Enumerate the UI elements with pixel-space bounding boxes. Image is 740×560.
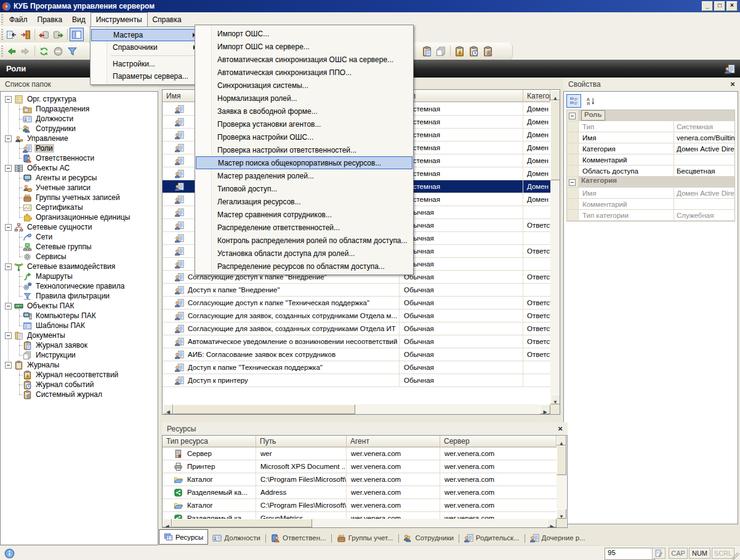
column-header-Тип[interactable]: Тип — [400, 90, 523, 102]
collapse-icon[interactable] — [5, 165, 12, 172]
resources-close-icon[interactable]: × — [555, 424, 565, 434]
property-row-Имя[interactable]: ИмяДомен Active Dire... — [567, 188, 734, 199]
property-row-Тип категории[interactable]: Тип категорииСлужебная — [567, 210, 734, 221]
submenu-item[interactable]: Автоматическая синхронизация ОШС на серв… — [196, 53, 412, 66]
refresh-button[interactable] — [37, 44, 51, 58]
tree-node-Шаблоны ПАК[interactable]: Шаблоны ПАК — [23, 321, 86, 330]
collapse-icon[interactable] — [5, 135, 12, 142]
property-row-Комментарий[interactable]: Комментарий — [567, 199, 734, 210]
submenu-item[interactable]: Нормализация ролей... — [196, 92, 412, 105]
submenu-item[interactable]: Мастер поиска общекорпоративных ресурсов… — [196, 156, 412, 169]
tab-Родительск...[interactable]: Родительск... — [460, 531, 524, 545]
tree-node-Сертификаты[interactable]: Сертификаты — [23, 202, 84, 212]
table-row[interactable]: Автоматическое уведомление о возникновен… — [163, 335, 550, 348]
property-row-Имя[interactable]: Имяvenera.com/Builtin... — [567, 132, 734, 143]
collapse-icon[interactable] — [569, 179, 576, 186]
tab-Ресурсы[interactable]: Ресурсы — [159, 529, 208, 545]
collapse-icon[interactable] — [5, 303, 12, 310]
tab-Дочерние р...[interactable]: Дочерние р... — [526, 531, 590, 545]
tree-node-Объекты АС[interactable]: Объекты АС — [3, 163, 71, 173]
az-sort-button[interactable]: АЯ — [583, 94, 598, 108]
resource-row[interactable]: ПринтерMicrosoft XPS Document ...wer.ven… — [163, 460, 557, 473]
collapse-icon[interactable] — [569, 113, 576, 119]
request-journal-button[interactable] — [420, 44, 434, 58]
maximize-button[interactable]: □ — [714, 1, 725, 11]
scroll-down-button[interactable]: ▼ — [550, 394, 560, 404]
tree-node-Организационные единицы[interactable]: Организационные единицы — [23, 212, 131, 222]
tree-node-Орг. структура[interactable]: Орг. структура — [3, 94, 78, 104]
v-scroll-thumb[interactable] — [557, 446, 566, 475]
property-value[interactable]: Системная — [674, 121, 734, 132]
submenu-item[interactable]: Распределение ресурсов по областям досту… — [196, 260, 412, 273]
tree-node-Маршруты[interactable]: Маршруты — [23, 271, 74, 281]
menubar-grip[interactable] — [1, 14, 3, 25]
property-value[interactable]: Бесцветная — [674, 166, 734, 176]
scroll-left-button[interactable]: ◀ — [163, 404, 173, 414]
menubar-item-Справка[interactable]: Справка — [148, 12, 187, 26]
tree-node-Правила фильтрации[interactable]: Правила фильтрации — [23, 291, 111, 301]
tree-node-Роли[interactable]: Роли — [23, 143, 54, 153]
resource-row[interactable]: Серверwerwer.venera.comwer.venera.com — [163, 447, 557, 460]
h-scroll-thumb[interactable] — [172, 519, 312, 527]
tab-Ответствен...[interactable]: Ответствен... — [267, 531, 331, 545]
filter-button[interactable] — [65, 44, 79, 58]
tree-node-Должности[interactable]: Должности — [23, 114, 74, 124]
table-row[interactable]: Согласующие для заявок, созданных сотруд… — [163, 322, 550, 335]
panels-toggle-button[interactable] — [70, 28, 84, 41]
collapse-icon[interactable] — [5, 362, 12, 369]
resource-row[interactable]: КаталогC:\Program Files\Microsoft\...wer… — [163, 499, 557, 512]
tree-node-Системный журнал[interactable]: Системный журнал — [23, 390, 103, 399]
tree-node-Агенты и ресурсы[interactable]: Агенты и ресурсы — [23, 173, 98, 183]
menu-item-Параметры-сервера-[interactable]: Параметры сервера... — [91, 70, 199, 82]
submenu-item[interactable]: Установка области доступа для ролей... — [196, 247, 412, 260]
journal-events-button[interactable] — [467, 44, 481, 58]
tab-Сотрудники[interactable]: Сотрудники — [400, 531, 458, 545]
tree-node-Инструкции[interactable]: Инструкции — [23, 350, 77, 360]
menubar-item-Вид[interactable]: Вид — [67, 12, 90, 26]
property-row-Тип[interactable]: ТипСистемная — [567, 121, 734, 132]
db-export-button[interactable] — [51, 28, 65, 41]
tab-Должности[interactable]: Должности — [208, 531, 265, 545]
tree-node-Сетевые сущности[interactable]: Сетевые сущности — [3, 222, 93, 232]
submenu-item[interactable]: Проверка установки агентов... — [196, 118, 412, 130]
menubar-item-Правка[interactable]: Правка — [33, 12, 68, 26]
tree-node-Сетевые группы[interactable]: Сетевые группы — [23, 242, 93, 252]
property-value[interactable]: Служебная — [674, 210, 734, 220]
submenu-item[interactable]: Контроль распределения ролей по областям… — [196, 234, 412, 247]
column-header-Путь[interactable]: Путь — [256, 436, 347, 447]
toolbar-grip[interactable] — [1, 46, 3, 57]
menu-item-Настройки-[interactable]: Настройки... — [91, 58, 199, 70]
submenu-item[interactable]: Импорт ОШС... — [196, 27, 412, 40]
submenu-item[interactable]: Автоматическая синхронизация ППО... — [196, 66, 412, 79]
property-value[interactable]: Домен Active Dire... — [674, 188, 734, 198]
property-value[interactable]: venera.com/Builtin... — [674, 132, 734, 143]
tree-node-Группы учетных записей[interactable]: Группы учетных записей — [23, 193, 121, 202]
v-scroll-thumb[interactable] — [550, 100, 560, 180]
property-group-Категория[interactable]: Категория — [567, 177, 734, 188]
menubar-item-Файл[interactable]: Файл — [4, 12, 33, 26]
minimize-button[interactable]: _ — [702, 1, 713, 11]
submenu-item[interactable]: Мастер разделения ролей... — [196, 169, 412, 182]
forward-button[interactable] — [18, 44, 33, 58]
categorized-button[interactable] — [566, 94, 581, 108]
scroll-right-button[interactable]: ▶ — [540, 404, 550, 414]
submenu-item[interactable]: Синхронизация системы... — [196, 79, 412, 92]
collapse-icon[interactable] — [5, 224, 12, 231]
tree-node-Журналы[interactable]: Журналы — [3, 360, 60, 370]
tree-node-Сервисы[interactable]: Сервисы — [23, 252, 68, 262]
column-header-Категория[interactable]: Категория▲ — [523, 90, 550, 102]
tree-node-Сетевые взаимодействия[interactable]: Сетевые взаимодействия — [3, 262, 116, 271]
resize-grip[interactable] — [732, 553, 739, 560]
tree-node-Объекты ПАК[interactable]: Объекты ПАК — [3, 301, 75, 311]
submenu-item[interactable]: Легализация ресурсов... — [196, 195, 412, 208]
journal-system-button[interactable] — [481, 44, 495, 58]
property-group-Роль[interactable]: Роль — [567, 110, 734, 121]
tree-node-Учетные записи[interactable]: Учетные записи — [23, 183, 92, 193]
collapse-icon[interactable] — [5, 332, 12, 339]
tree-node-Журнал несоответствий[interactable]: Журнал несоответствий — [23, 370, 119, 380]
submenu-item[interactable]: Проверка настройки ОШС... — [196, 130, 412, 143]
scroll-left-button[interactable]: ◀ — [163, 519, 172, 527]
tab-Группы учет...[interactable]: Группы учет... — [332, 531, 398, 545]
property-value[interactable] — [674, 199, 734, 209]
tree-node-Журнал заявок[interactable]: Журнал заявок — [23, 340, 89, 350]
